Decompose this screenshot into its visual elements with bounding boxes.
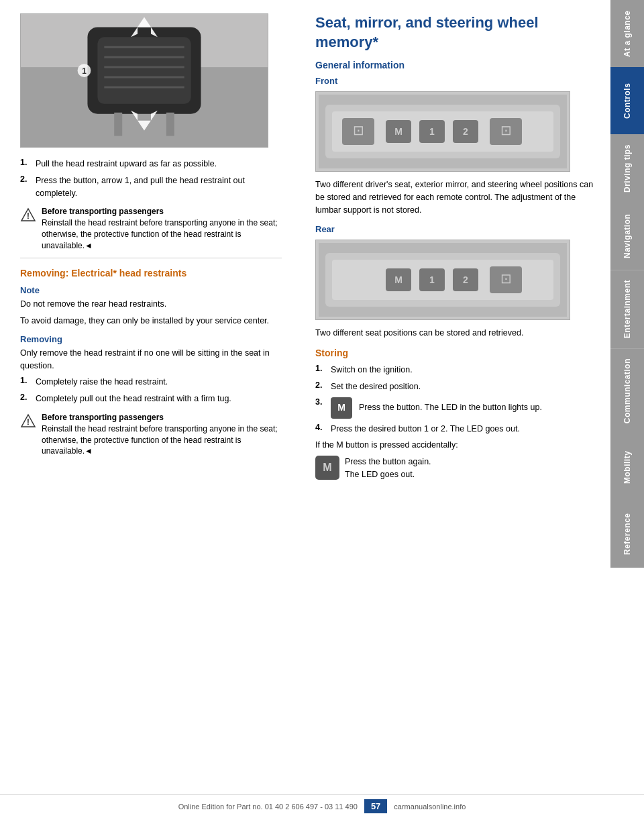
if-pressed-step-2: The LED goes out.: [345, 468, 431, 481]
removing-step-1: 1. Completely raise the head restraint.: [20, 376, 282, 389]
svg-rect-10: [166, 113, 174, 136]
sidebar-tab-communication[interactable]: Communication: [610, 348, 644, 433]
note-text-2: To avoid damage, they can only be instal…: [20, 315, 282, 327]
svg-text:M: M: [394, 274, 402, 285]
sidebar-tab-reference[interactable]: Reference: [610, 501, 644, 568]
rear-caption: Two different seat positions can be stor…: [315, 327, 597, 340]
page-container: 1 1. Pull the head restraint upward as f…: [0, 0, 644, 820]
removing-step-2: 2. Completely pull out the head restrain…: [20, 393, 282, 405]
main-title: Seat, mirror, and steering wheel memory*: [315, 13, 597, 52]
headrest-illustration: 1: [21, 13, 268, 148]
storing-step-1: 1. Switch on the ignition.: [315, 364, 597, 376]
removing-step-2-text: Completely pull out the head restraint w…: [36, 393, 282, 405]
storing-step-2: 2. Set the desired position.: [315, 380, 597, 393]
svg-text:⊡: ⊡: [500, 123, 512, 138]
m-button-large: M: [315, 456, 339, 480]
footer-text: Online Edition for Part no. 01 40 2 606 …: [178, 803, 358, 811]
electrical-section-title: Removing: Electrical* head restraints: [20, 268, 282, 278]
removing-step-1-num: 1.: [20, 376, 32, 385]
right-content: Seat, mirror, and steering wheel memory*…: [302, 0, 610, 820]
front-seat-panel-image: ⊡ M 1 2 ⊡: [315, 91, 570, 172]
front-panel-svg: ⊡ M 1 2 ⊡: [319, 95, 567, 168]
page-number: 57: [364, 799, 387, 813]
svg-text:M: M: [394, 126, 402, 137]
step-2-text: Press the button, arrow 1, and pull the …: [36, 174, 282, 200]
storing-step-2-text: Set the desired position.: [331, 380, 597, 393]
svg-text:!: !: [27, 211, 30, 221]
note-text-1: Do not remove the rear head restraints.: [20, 298, 282, 311]
general-info-title: General information: [315, 60, 597, 70]
warning-text-2: Before transporting passengers Reinstall…: [42, 412, 282, 457]
sidebar-tabs: At a glance Controls Driving tips Naviga…: [610, 0, 644, 820]
warning-icon-2: !: [20, 413, 36, 429]
svg-rect-9: [114, 113, 122, 136]
svg-text:1: 1: [82, 66, 87, 76]
svg-text:2: 2: [463, 126, 468, 137]
if-pressed-label: If the M button is pressed accidentally:: [315, 439, 597, 452]
warning-text-1: Before transporting passengers Reinstall…: [42, 206, 282, 251]
rear-panel-svg: M 1 2 ⊡: [319, 243, 567, 317]
storing-step-2-num: 2.: [315, 380, 327, 390]
storing-step-1-num: 1.: [315, 364, 327, 373]
head-restraint-image: 1: [20, 13, 268, 148]
storing-steps-list: 1. Switch on the ignition. 2. Set the de…: [315, 364, 597, 435]
rear-seat-panel-image: M 1 2 ⊡: [315, 240, 570, 320]
svg-text:1: 1: [429, 274, 435, 285]
warning-box-1: ! Before transporting passengers Reinsta…: [20, 206, 282, 251]
removing-steps-list: 1. Completely raise the head restraint. …: [20, 376, 282, 405]
step-1: 1. Pull the head restraint upward as far…: [20, 158, 282, 170]
sidebar-tab-mobility[interactable]: Mobility: [610, 433, 644, 501]
removing-title: Removing: [20, 334, 282, 344]
sidebar-tab-at-a-glance[interactable]: At a glance: [610, 0, 644, 67]
sidebar-tab-controls[interactable]: Controls: [610, 67, 644, 134]
if-pressed-1: M Press the button again. The LED goes o…: [315, 456, 597, 481]
page-footer: Online Edition for Part no. 01 40 2 606 …: [0, 795, 644, 813]
steps-list: 1. Pull the head restraint upward as far…: [20, 158, 282, 199]
storing-step-4-text: Press the desired button 1 or 2. The LED…: [331, 423, 597, 435]
storing-step-3-num: 3.: [315, 397, 327, 407]
step-1-text: Pull the head restraint upward as far as…: [36, 158, 282, 170]
storing-step-3-content: M Press the button. The LED in the butto…: [331, 397, 597, 419]
rear-title: Rear: [315, 224, 597, 234]
website-text: carmanualsonline.info: [394, 803, 466, 811]
storing-step-3-inline: M Press the button. The LED in the butto…: [331, 397, 597, 419]
svg-text:⊡: ⊡: [353, 123, 364, 138]
m-button-step3: M: [331, 397, 352, 419]
removing-intro: Only remove the head restraint if no one…: [20, 347, 282, 372]
storing-step-3: 3. M Press the button. The LED in the bu…: [315, 397, 597, 419]
storing-step-4: 4. Press the desired button 1 or 2. The …: [315, 423, 597, 435]
svg-text:⊡: ⊡: [500, 271, 512, 286]
warning-icon-1: !: [20, 207, 36, 223]
sidebar-tab-entertainment[interactable]: Entertainment: [610, 270, 644, 348]
svg-text:!: !: [27, 417, 30, 427]
storing-step-1-text: Switch on the ignition.: [331, 364, 597, 376]
warning-box-2: ! Before transporting passengers Reinsta…: [20, 412, 282, 457]
svg-text:1: 1: [429, 126, 435, 137]
removing-step-1-text: Completely raise the head restraint.: [36, 376, 282, 389]
storing-title: Storing: [315, 348, 597, 358]
sidebar-tab-driving-tips[interactable]: Driving tips: [610, 134, 644, 203]
left-content: 1 1. Pull the head restraint upward as f…: [0, 0, 302, 820]
storing-step-4-num: 4.: [315, 423, 327, 432]
svg-text:2: 2: [463, 274, 468, 285]
sidebar-tab-navigation[interactable]: Navigation: [610, 203, 644, 270]
step-1-num: 1.: [20, 158, 32, 167]
front-title: Front: [315, 76, 597, 86]
removing-step-2-num: 2.: [20, 393, 32, 402]
if-pressed-steps: Press the button again. The LED goes out…: [345, 456, 431, 481]
note-title: Note: [20, 285, 282, 295]
step-2: 2. Press the button, arrow 1, and pull t…: [20, 174, 282, 200]
divider-1: [20, 258, 282, 258]
if-pressed-step-1: Press the button again.: [345, 456, 431, 468]
storing-step-3-text: Press the button. The LED in the button …: [359, 401, 542, 414]
front-caption: Two different driver's seat, exterior mi…: [315, 178, 597, 216]
step-2-num: 2.: [20, 174, 32, 184]
